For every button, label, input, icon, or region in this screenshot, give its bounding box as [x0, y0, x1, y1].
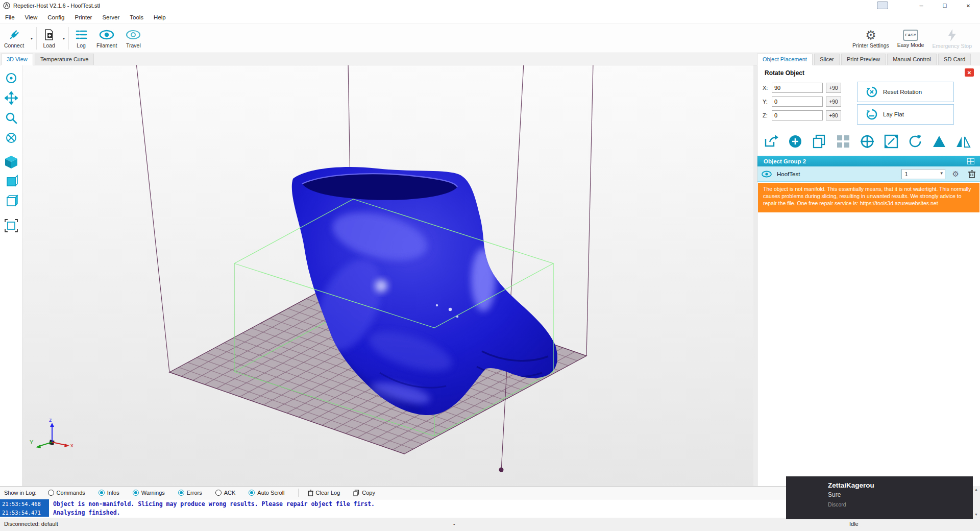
object-group-header[interactable]: Object Group 2 [757, 156, 980, 166]
tab-row: 3D View Temperature Curve Object Placeme… [0, 53, 980, 65]
scroll-down-icon[interactable]: ▼ [974, 511, 978, 518]
menu-file[interactable]: File [0, 12, 20, 22]
non-manifold-warning: The object is not manifold. This essenti… [758, 183, 979, 212]
menu-bar: File View Config Printer Server Tools He… [0, 11, 980, 24]
emergency-stop-button[interactable]: Emergency Stop [928, 24, 976, 53]
rotate-z-input[interactable] [772, 110, 823, 120]
axis-x-label: x [70, 442, 74, 448]
title-bar: Repetier-Host V2.1.6 - HoofTest.stl ─ ☐ … [0, 0, 980, 11]
log-message: Object is non-manifold. Slicing may prod… [53, 500, 375, 508]
move-view-button[interactable] [3, 89, 20, 107]
front-view-cube-icon [4, 175, 18, 189]
delete-object-trash-icon[interactable] [968, 170, 975, 178]
travel-button[interactable]: Travel [121, 24, 145, 53]
rotate-z-row: Z: +90 [763, 110, 841, 120]
load-dropdown-arrow[interactable]: ▾ [60, 24, 67, 53]
zoom-view-button[interactable] [3, 109, 20, 127]
copy-object-button[interactable] [810, 132, 829, 151]
rotate-view-icon [5, 71, 18, 85]
filament-eye-icon [99, 28, 115, 41]
scale-object-button[interactable] [881, 132, 901, 151]
export-object-button[interactable] [762, 132, 781, 151]
lightning-icon [946, 29, 958, 42]
app-icon [3, 2, 10, 9]
tab-print-preview[interactable]: Print Preview [841, 54, 886, 65]
clear-log-button[interactable]: Clear Log [308, 490, 340, 496]
filter-ack[interactable]: ACK [215, 490, 236, 496]
panel-splitter[interactable] [753, 65, 757, 486]
lay-flat-label: Lay Flat [883, 111, 904, 117]
tab-object-placement[interactable]: Object Placement [757, 54, 813, 65]
tab-3d-view[interactable]: 3D View [1, 54, 33, 65]
menu-config[interactable]: Config [42, 12, 69, 22]
filament-button[interactable]: Filament [92, 24, 121, 53]
object-row-hooftest[interactable]: HoofTest 1 ▼ ⚙ [757, 166, 980, 182]
axis-z-label: z [49, 417, 52, 423]
object-count-dropdown[interactable]: 1 ▼ [901, 169, 945, 179]
touch-keyboard-icon[interactable] [877, 2, 888, 9]
menu-printer[interactable]: Printer [70, 12, 97, 22]
rotate-object-button[interactable] [905, 132, 925, 151]
rotate-x-plus90-button[interactable]: +90 [826, 83, 841, 93]
filter-commands[interactable]: Commands [48, 490, 85, 496]
discord-notification[interactable]: ZettaiKagerou Sure Discord [786, 476, 973, 519]
printer-settings-button[interactable]: ⚙ Printer Settings [848, 24, 893, 53]
gear-icon: ⚙ [865, 29, 876, 41]
menu-tools[interactable]: Tools [125, 12, 149, 22]
maximize-button[interactable]: ☐ [933, 0, 957, 11]
object-settings-gear-icon[interactable]: ⚙ [952, 170, 959, 179]
scroll-up-icon[interactable]: ▲ [974, 486, 978, 493]
connect-dropdown-arrow[interactable]: ▾ [28, 24, 35, 53]
center-object-button[interactable] [857, 132, 877, 151]
reset-rotation-icon [866, 86, 878, 98]
lay-flat-button[interactable]: Lay Flat [857, 104, 954, 125]
radio-ack-icon [215, 490, 222, 496]
menu-help[interactable]: Help [149, 12, 171, 22]
fit-view-button[interactable] [3, 217, 20, 234]
filter-errors[interactable]: Errors [178, 490, 202, 496]
close-button[interactable]: ✕ [957, 0, 980, 11]
isometric-view-button[interactable] [3, 153, 20, 171]
tab-sd-card[interactable]: SD Card [938, 54, 971, 65]
load-button[interactable]: Load [38, 24, 60, 53]
tab-manual-control[interactable]: Manual Control [887, 54, 937, 65]
menu-server[interactable]: Server [97, 12, 125, 22]
status-bar: Disconnected: default - Idle [0, 518, 980, 531]
rotate-y-input[interactable] [772, 96, 823, 107]
filter-warnings[interactable]: Warnings [133, 490, 165, 496]
tab-slicer[interactable]: Slicer [814, 54, 840, 65]
tab-temperature-curve[interactable]: Temperature Curve [35, 54, 94, 65]
log-list-icon [75, 28, 88, 41]
y-axis-label: Y: [763, 99, 772, 105]
close-rotate-panel-button[interactable]: ✕ [965, 68, 974, 77]
filter-auto-scroll[interactable]: Auto Scroll [249, 490, 284, 496]
copy-icon [353, 490, 359, 496]
rotate-z-plus90-button[interactable]: +90 [826, 110, 841, 120]
travel-eye-icon [125, 28, 141, 41]
center-crosshair-icon [860, 134, 875, 149]
add-object-button[interactable] [786, 132, 805, 151]
rotate-y-plus90-button[interactable]: +90 [826, 96, 841, 107]
rotate-view-button[interactable] [3, 69, 20, 87]
side-view-cube-icon [4, 195, 18, 209]
object-group-title: Object Group 2 [764, 158, 806, 164]
viewport-3d[interactable]: z Y x [22, 65, 753, 486]
object-visibility-eye-icon[interactable] [762, 171, 772, 178]
autoposition-button[interactable] [834, 132, 853, 151]
mirror-object-button[interactable] [953, 132, 973, 151]
front-view-button[interactable] [3, 173, 20, 190]
reset-rotation-button[interactable]: Reset Rotation [857, 82, 954, 102]
drop-triangle-icon [932, 134, 947, 149]
move-viewpoint-button[interactable] [3, 129, 20, 147]
drop-object-button[interactable] [929, 132, 949, 151]
copy-log-button[interactable]: Copy [353, 490, 375, 496]
rotate-x-input[interactable] [772, 83, 823, 93]
minimize-button[interactable]: ─ [910, 0, 933, 11]
easy-mode-button[interactable]: EASY Easy Mode [893, 24, 928, 53]
side-view-button[interactable] [3, 193, 20, 210]
menu-view[interactable]: View [20, 12, 43, 22]
log-button[interactable]: Log [70, 24, 92, 53]
filter-infos[interactable]: Infos [99, 490, 119, 496]
connect-button[interactable]: Connect [0, 24, 28, 53]
log-scrollbar[interactable]: ▲ ▼ [972, 486, 980, 518]
